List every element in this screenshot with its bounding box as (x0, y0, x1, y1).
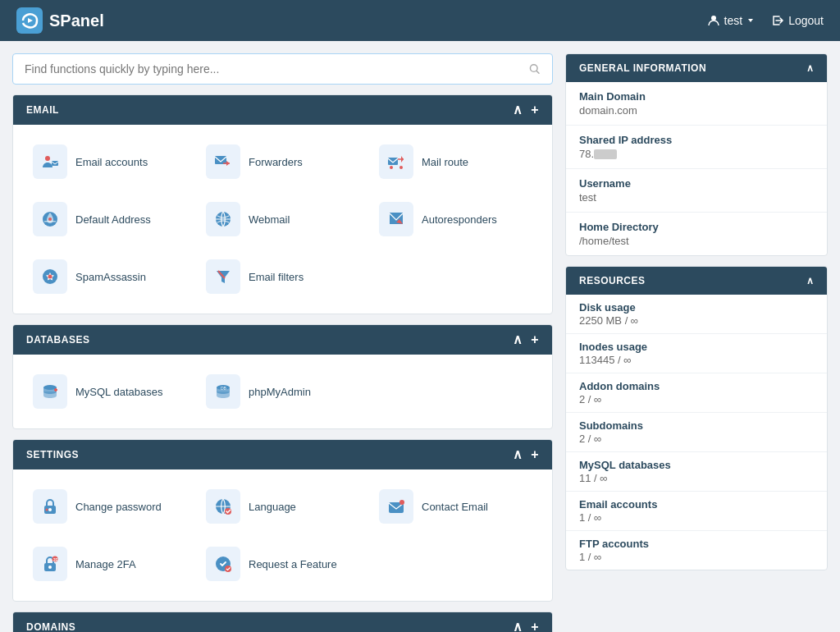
inodes-usage-row: Inodes usage 113445 / ∞ (566, 334, 827, 373)
addon-domains-label: Addon domains (579, 380, 814, 392)
logo-icon (16, 7, 43, 34)
change-password-item[interactable]: Change password (26, 483, 193, 530)
search-icon (528, 62, 541, 76)
autoresponders-item[interactable]: Autoresponders (372, 195, 539, 243)
databases-section-title: DATABASES (26, 334, 89, 346)
mysql-databases-item[interactable]: MySQL databases (26, 368, 193, 415)
subdomains-resource-label: Subdomains (579, 419, 814, 432)
collapse-settings-button[interactable]: ∧ (513, 448, 523, 461)
databases-section-header: DATABASES ∧ + (13, 325, 552, 355)
email-accounts-label: Email accounts (75, 156, 148, 168)
collapse-resources-button[interactable]: ∧ (806, 275, 815, 286)
home-dir-value: /home/test (579, 235, 814, 247)
request-feature-item[interactable]: Request a Feature (199, 540, 366, 588)
default-address-item[interactable]: Default Address (26, 195, 193, 243)
email-accounts-resource-row: Email accounts 1 / ∞ (566, 492, 827, 531)
webmail-icon (206, 202, 240, 236)
inodes-usage-value: 113445 / ∞ (579, 354, 814, 366)
collapse-general-info-button[interactable]: ∧ (806, 62, 815, 74)
home-dir-label: Home Directory (579, 221, 814, 233)
add-settings-button[interactable]: + (531, 448, 539, 461)
databases-section-actions: ∧ + (513, 333, 539, 346)
domains-section-title: DOMAINS (26, 621, 75, 632)
spamassassin-icon (33, 259, 67, 294)
search-input[interactable] (25, 62, 522, 76)
app-title: SPanel (49, 11, 104, 30)
right-column: GENERAL INFORMATION ∧ Main Domain domain… (565, 53, 828, 632)
ip-blurred (594, 149, 617, 159)
spamassassin-item[interactable]: SpamAssassin (26, 253, 193, 300)
manage-2fa-label: Manage 2FA (75, 558, 136, 570)
contact-email-item[interactable]: Contact Email (372, 483, 539, 530)
email-section-header: EMAIL ∧ + (13, 95, 552, 125)
phpmyadmin-icon: DB (206, 374, 240, 409)
email-accounts-icon (33, 144, 67, 179)
resources-title: RESOURCES (579, 275, 646, 286)
svg-rect-4 (52, 161, 58, 166)
user-menu[interactable]: test (707, 14, 756, 27)
mail-route-icon (379, 144, 413, 179)
manage-2fa-item[interactable]: 2F Manage 2FA (26, 540, 193, 588)
settings-section: SETTINGS ∧ + (12, 439, 553, 602)
forwarders-item[interactable]: Forwarders (199, 138, 366, 185)
search-bar (12, 53, 553, 85)
subdomains-resource-row: Subdomains 2 / ∞ (566, 413, 827, 452)
svg-point-1 (711, 16, 716, 21)
email-filters-icon (206, 259, 240, 294)
disk-usage-value: 2250 MB / ∞ (579, 314, 814, 327)
default-address-label: Default Address (75, 213, 151, 226)
collapse-databases-button[interactable]: ∧ (513, 333, 523, 346)
home-dir-row: Home Directory /home/test (566, 213, 827, 255)
left-column: EMAIL ∧ + (12, 53, 553, 632)
general-info-title: GENERAL INFORMATION (579, 62, 706, 74)
autoresponders-label: Autoresponders (422, 213, 497, 226)
main-domain-label: Main Domain (579, 90, 814, 103)
username-row: Username test (566, 169, 827, 213)
disk-usage-row: Disk usage 2250 MB / ∞ (566, 295, 827, 334)
phpmyadmin-item[interactable]: DB phpMyAdmin (199, 368, 366, 415)
settings-section-actions: ∧ + (513, 448, 539, 461)
webmail-item[interactable]: Webmail (199, 195, 366, 243)
language-icon (206, 489, 240, 524)
shared-ip-value: 78. (579, 148, 814, 160)
add-domains-button[interactable]: + (531, 621, 539, 632)
add-email-button[interactable]: + (531, 103, 539, 117)
svg-point-27 (399, 500, 404, 505)
username-label: test (724, 14, 743, 27)
logo: SPanel (16, 7, 104, 34)
logout-icon (771, 14, 784, 27)
manage-2fa-icon: 2F (33, 547, 67, 581)
general-info-header: GENERAL INFORMATION ∧ (566, 54, 827, 82)
add-databases-button[interactable]: + (531, 333, 539, 346)
mail-route-item[interactable]: Mail route (372, 138, 539, 185)
email-section-actions: ∧ + (513, 103, 539, 117)
collapse-domains-button[interactable]: ∧ (513, 621, 523, 632)
username-info-value: test (579, 191, 814, 204)
language-item[interactable]: Language (199, 483, 366, 530)
collapse-email-button[interactable]: ∧ (513, 103, 523, 117)
forwarders-icon (206, 144, 240, 179)
svg-point-11 (48, 218, 52, 221)
databases-section: DATABASES ∧ + (12, 324, 553, 429)
main-header: SPanel test Logout (0, 0, 840, 41)
main-layout: EMAIL ∧ + (0, 41, 840, 632)
mail-route-label: Mail route (422, 156, 468, 168)
request-feature-label: Request a Feature (249, 558, 337, 570)
mysql-resource-value: 11 / ∞ (579, 472, 814, 484)
email-accounts-item[interactable]: Email accounts (26, 138, 193, 185)
resources-header: RESOURCES ∧ (566, 267, 827, 295)
email-filters-item[interactable]: Email filters (199, 253, 366, 300)
inodes-usage-label: Inodes usage (579, 341, 814, 353)
phpmyadmin-label: phpMyAdmin (249, 386, 311, 398)
svg-rect-6 (388, 158, 398, 165)
logout-button[interactable]: Logout (771, 14, 824, 27)
shared-ip-row: Shared IP address 78. (566, 126, 827, 169)
mysql-databases-label: MySQL databases (75, 386, 162, 398)
svg-point-14 (48, 275, 52, 279)
mysql-icon (33, 374, 67, 409)
svg-point-8 (399, 166, 403, 169)
addon-domains-value: 2 / ∞ (579, 393, 814, 405)
mysql-resource-row: MySQL databases 11 / ∞ (566, 452, 827, 492)
svg-rect-10 (44, 221, 56, 222)
main-domain-value: domain.com (579, 104, 814, 117)
